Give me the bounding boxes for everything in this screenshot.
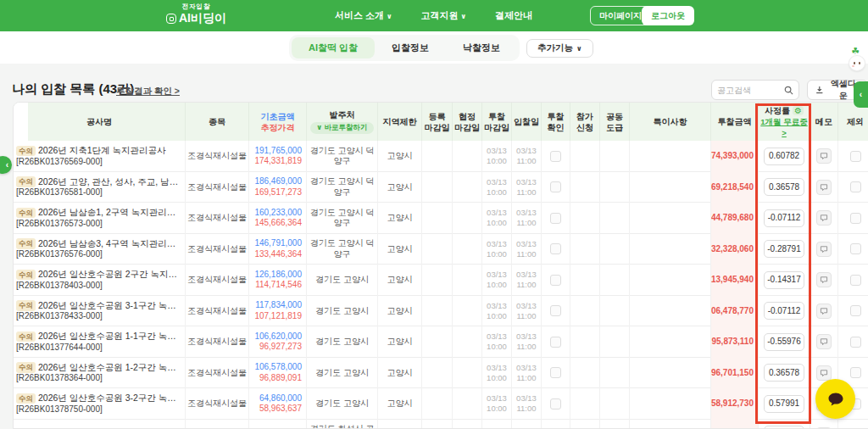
search-box[interactable]	[711, 80, 799, 100]
adjust-rate-cell: -0.55976	[759, 326, 810, 358]
construction-name-cell[interactable]: 수의2026년 일산호수공원 3-2구간 녹지관리공사 [R26BK013787…	[14, 388, 186, 420]
rate-input[interactable]: 0.36578	[764, 178, 804, 196]
kakao-chat-button[interactable]	[815, 379, 855, 419]
memo-icon	[820, 183, 828, 192]
bid-confirm-checkbox[interactable]	[550, 337, 561, 348]
rate-input[interactable]: -0.55976	[764, 333, 804, 351]
right-panel-toggle[interactable]: ‹	[854, 81, 868, 108]
rate-input[interactable]: -0.07112	[764, 302, 804, 320]
exclude-checkbox[interactable]	[850, 151, 861, 162]
bid-date-cell: 03/1311:00	[512, 234, 542, 265]
rate-input[interactable]: 0.60782	[764, 148, 804, 165]
amounts-cell: 146,791,000133,446,364	[249, 234, 307, 265]
memo-button[interactable]	[816, 304, 832, 319]
col-adjust-rate: 사정률⚙ 1개월 무료중 >	[759, 103, 810, 141]
top-nav: 서비스 소개∨고객지원∨결제안내	[335, 0, 532, 31]
construction-name-cell[interactable]: 수의2026년 일산호수공원 1-1구간 녹지관리공사 [R26BK013776…	[14, 326, 186, 358]
free-trial-link[interactable]: 1개월 무료중 >	[759, 117, 810, 138]
bid-deadline-cell: 03/1310:00	[482, 388, 512, 420]
exclude-cell	[838, 420, 868, 429]
memo-button[interactable]	[816, 334, 832, 349]
memo-icon	[820, 214, 828, 222]
rate-input[interactable]	[764, 426, 804, 429]
exclude-checkbox[interactable]	[850, 181, 861, 192]
col-special-notes: 특이사항	[630, 103, 711, 141]
rate-input[interactable]: -0.14317	[764, 271, 804, 289]
col-join-request: 참가신청	[570, 103, 600, 141]
mascot: ☘	[842, 46, 867, 80]
region-cell: 고양시	[378, 234, 422, 265]
bid-confirm-checkbox[interactable]	[550, 151, 561, 162]
rate-input[interactable]: -0.28791	[764, 240, 804, 258]
bid-code: [R26BK01378364-000]	[16, 373, 103, 384]
join-request-cell	[570, 420, 600, 429]
category-cell: 조경식재시설물	[186, 388, 249, 420]
register-deadline-cell	[422, 172, 453, 203]
construction-name-cell[interactable]: 수의2026년 고양, 관산, 성사, 주교, 남삼송5구역 녹지관리… [R2…	[14, 172, 186, 203]
exclude-checkbox[interactable]	[850, 243, 861, 254]
extra-features-button[interactable]: 추가기능∨	[526, 39, 593, 58]
bid-confirm-checkbox[interactable]	[550, 367, 561, 378]
memo-button[interactable]	[816, 210, 832, 226]
joint-contract-cell	[600, 172, 630, 203]
rate-input[interactable]: 0.36578	[764, 364, 804, 382]
left-panel-toggle[interactable]: ‹	[0, 156, 12, 174]
category-cell: 조경식재시설물	[186, 296, 249, 327]
bid-confirm-checkbox[interactable]	[550, 275, 561, 286]
construction-name-cell[interactable]: 2026년 신리천권역 공원 잔디관리공사	[14, 420, 186, 429]
construction-name-cell[interactable]: 수의2026년 일산호수공원 1-2구간 녹지관리공사 [R26BK013783…	[14, 358, 186, 389]
construction-name-cell[interactable]: 수의2026년 남삼송3, 4구역 녹지관리공사 [R26BK01376576-…	[14, 234, 186, 265]
joint-contract-cell	[600, 265, 630, 296]
exclude-checkbox[interactable]	[850, 213, 861, 224]
memo-button[interactable]	[816, 365, 832, 381]
bid-confirm-checkbox[interactable]	[550, 398, 561, 410]
search-icon[interactable]	[784, 86, 793, 95]
logout-button[interactable]: 로그아웃	[642, 6, 694, 25]
region-cell: 고양시	[378, 326, 422, 358]
search-input[interactable]	[717, 86, 784, 95]
top-nav-item[interactable]: 결제안내	[495, 9, 532, 22]
bid-confirm-checkbox[interactable]	[550, 213, 561, 224]
ordering-org-cell: 경기도 고양시	[307, 296, 378, 327]
col-bid-confirm: 투찰확인	[542, 103, 570, 141]
gear-icon[interactable]: ⚙	[793, 106, 804, 115]
agreement-deadline-cell	[453, 203, 482, 234]
tab-입찰정보[interactable]: 입찰정보	[375, 37, 446, 58]
bid-confirm-checkbox[interactable]	[550, 305, 561, 316]
bid-date-cell: 03/1311:00	[512, 141, 542, 172]
bid-date-cell: 03/1311:00	[512, 265, 542, 296]
tab-낙찰정보[interactable]: 낙찰정보	[446, 37, 517, 58]
rate-input[interactable]: -0.07112	[764, 209, 804, 227]
bid-confirm-checkbox[interactable]	[550, 181, 561, 192]
logo[interactable]: 전자입찰 AI비딩이	[166, 3, 226, 26]
tab-AI찰떡 입찰[interactable]: AI찰떡 입찰	[292, 37, 375, 58]
category-cell: 조경식재시설물/	[186, 420, 249, 429]
memo-button[interactable]	[816, 272, 832, 287]
bid-amount-cell: 95,873,110	[711, 326, 759, 358]
rate-input[interactable]: 0.57991	[764, 395, 804, 413]
bid-result-link[interactable]: 투찰결과 확인 >	[116, 86, 180, 98]
special-notes-cell	[630, 265, 711, 296]
region-cell: 고양시	[378, 141, 422, 172]
construction-name-cell[interactable]: 수의2026년 일산호수공원 3-1구간 녹지관리공사 [R26BK013784…	[14, 296, 186, 327]
memo-button[interactable]	[816, 148, 832, 164]
memo-button[interactable]	[816, 242, 832, 257]
construction-name-cell[interactable]: 수의2026년 지축1단계 녹지관리공사 [R26BK01376569-000]	[14, 141, 186, 172]
construction-name-cell[interactable]: 수의2026년 일산호수공원 2구간 녹지관리공사 [R26BK01378403…	[14, 265, 186, 296]
construction-name-cell[interactable]: 수의2026년 남삼송1, 2구역 녹지관리공사 [R26BK01376573-…	[14, 203, 186, 234]
special-notes-cell	[630, 172, 711, 203]
exclude-checkbox[interactable]	[850, 305, 861, 316]
exclude-checkbox[interactable]	[850, 337, 861, 348]
exclude-checkbox[interactable]	[850, 275, 861, 286]
amounts-cell: 186,469,000169,517,273	[249, 172, 307, 203]
bid-confirm-checkbox[interactable]	[550, 243, 561, 254]
download-icon	[815, 86, 824, 94]
exclude-checkbox[interactable]	[850, 367, 861, 378]
memo-button[interactable]	[816, 180, 832, 195]
top-nav-item[interactable]: 서비스 소개∨	[335, 9, 392, 22]
join-request-cell	[570, 141, 600, 172]
ordering-org-cell: 경기도 고양시 덕양구	[307, 172, 378, 203]
top-nav-item[interactable]: 고객지원∨	[421, 9, 467, 22]
col-register-deadline: 등록마감일	[422, 103, 453, 141]
quick-bid-button[interactable]: ∨ 바로투찰하기	[310, 122, 373, 134]
